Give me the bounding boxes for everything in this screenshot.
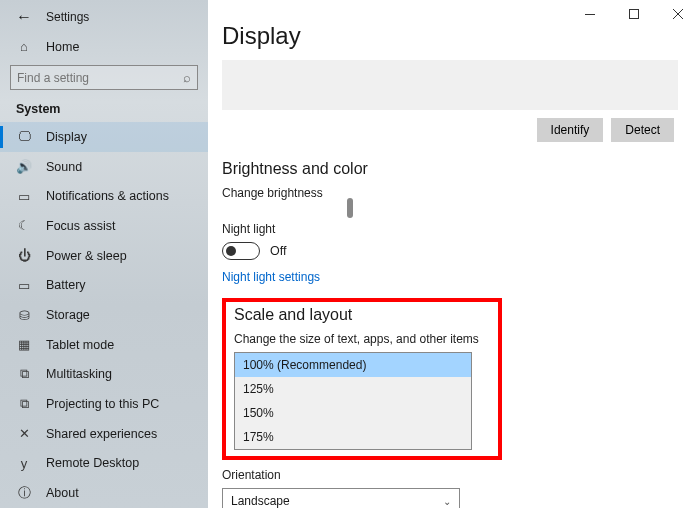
back-button[interactable]: ←: [16, 8, 32, 26]
sidebar-item-focus-assist[interactable]: ☾ Focus assist: [0, 211, 208, 241]
sidebar-item-label: Battery: [46, 278, 86, 292]
scale-option-125[interactable]: 125%: [235, 377, 471, 401]
night-light-state: Off: [270, 244, 286, 258]
sidebar-item-label: Storage: [46, 308, 90, 322]
battery-icon: ▭: [16, 277, 32, 293]
sidebar-item-storage[interactable]: ⛁ Storage: [0, 300, 208, 330]
svg-rect-0: [585, 14, 595, 15]
app-title: Settings: [46, 10, 89, 24]
sidebar-item-label: Sound: [46, 160, 82, 174]
storage-icon: ⛁: [16, 307, 32, 323]
tablet-mode-icon: ▦: [16, 337, 32, 353]
display-icon: 🖵: [16, 129, 32, 145]
home-nav[interactable]: ⌂ Home: [0, 32, 208, 62]
sidebar-item-label: Display: [46, 130, 87, 144]
about-icon: ⓘ: [16, 485, 32, 501]
detect-button[interactable]: Detect: [611, 118, 674, 142]
scale-option-175[interactable]: 175%: [235, 425, 471, 449]
orientation-select[interactable]: Landscape ⌄: [222, 488, 460, 508]
search-input[interactable]: [17, 71, 167, 85]
sidebar-item-power-sleep[interactable]: ⏻ Power & sleep: [0, 241, 208, 271]
sidebar: ← Settings ⌂ Home ⌕ System 🖵 Display 🔊 S…: [0, 0, 208, 508]
notifications-icon: ▭: [16, 188, 32, 204]
projecting-icon: ⧉: [16, 396, 32, 412]
main-content: Display Identify Detect Brightness and c…: [208, 0, 700, 508]
sidebar-item-label: Shared experiences: [46, 427, 157, 441]
brightness-slider-label: Change brightness: [222, 186, 678, 200]
sidebar-item-multitasking[interactable]: ⧉ Multitasking: [0, 360, 208, 390]
close-button[interactable]: [656, 0, 700, 28]
sidebar-item-projecting[interactable]: ⧉ Projecting to this PC: [0, 389, 208, 419]
scale-option-100[interactable]: 100% (Recommended): [235, 353, 471, 377]
focus-assist-icon: ☾: [16, 218, 32, 234]
sidebar-item-notifications[interactable]: ▭ Notifications & actions: [0, 181, 208, 211]
monitor-preview: [222, 60, 678, 110]
multitasking-icon: ⧉: [16, 366, 32, 382]
scale-dropdown-open[interactable]: 100% (Recommended) 125% 150% 175%: [234, 352, 472, 450]
power-icon: ⏻: [16, 248, 32, 264]
sidebar-item-battery[interactable]: ▭ Battery: [0, 271, 208, 301]
orientation-label: Orientation: [222, 468, 678, 482]
sound-icon: 🔊: [16, 159, 32, 175]
night-light-toggle[interactable]: [222, 242, 260, 260]
orientation-value: Landscape: [231, 494, 290, 508]
identify-button[interactable]: Identify: [537, 118, 604, 142]
scale-label: Change the size of text, apps, and other…: [234, 332, 490, 346]
home-label: Home: [46, 40, 79, 54]
brightness-slider-thumb[interactable]: [347, 198, 353, 218]
window-controls: [568, 0, 700, 28]
minimize-button[interactable]: [568, 0, 612, 28]
sidebar-section-system: System: [0, 98, 208, 122]
night-light-settings-link[interactable]: Night light settings: [222, 270, 320, 284]
sidebar-item-label: About: [46, 486, 79, 500]
chevron-down-icon: ⌄: [443, 496, 451, 507]
sidebar-item-sound[interactable]: 🔊 Sound: [0, 152, 208, 182]
svg-rect-1: [630, 10, 639, 19]
night-light-label: Night light: [222, 222, 678, 236]
sidebar-item-label: Tablet mode: [46, 338, 114, 352]
sidebar-item-label: Notifications & actions: [46, 189, 169, 203]
shared-icon: ✕: [16, 426, 32, 442]
home-icon: ⌂: [16, 39, 32, 55]
search-icon: ⌕: [183, 70, 191, 85]
sidebar-item-label: Focus assist: [46, 219, 115, 233]
scale-highlight-region: Scale and layout Change the size of text…: [222, 298, 502, 460]
sidebar-item-tablet-mode[interactable]: ▦ Tablet mode: [0, 330, 208, 360]
settings-window: ← Settings ⌂ Home ⌕ System 🖵 Display 🔊 S…: [0, 0, 700, 508]
sidebar-item-label: Remote Desktop: [46, 456, 139, 470]
brightness-slider[interactable]: [222, 206, 482, 208]
scale-option-150[interactable]: 150%: [235, 401, 471, 425]
sidebar-item-label: Projecting to this PC: [46, 397, 159, 411]
maximize-button[interactable]: [612, 0, 656, 28]
sidebar-item-about[interactable]: ⓘ About: [0, 478, 208, 508]
search-box[interactable]: ⌕: [10, 65, 198, 90]
sidebar-item-label: Multitasking: [46, 367, 112, 381]
sidebar-item-display[interactable]: 🖵 Display: [0, 122, 208, 152]
remote-desktop-icon: y: [16, 455, 32, 471]
brightness-heading: Brightness and color: [222, 160, 678, 178]
sidebar-item-label: Power & sleep: [46, 249, 127, 263]
sidebar-item-shared-experiences[interactable]: ✕ Shared experiences: [0, 419, 208, 449]
scale-heading: Scale and layout: [234, 306, 490, 324]
sidebar-item-remote-desktop[interactable]: y Remote Desktop: [0, 449, 208, 479]
